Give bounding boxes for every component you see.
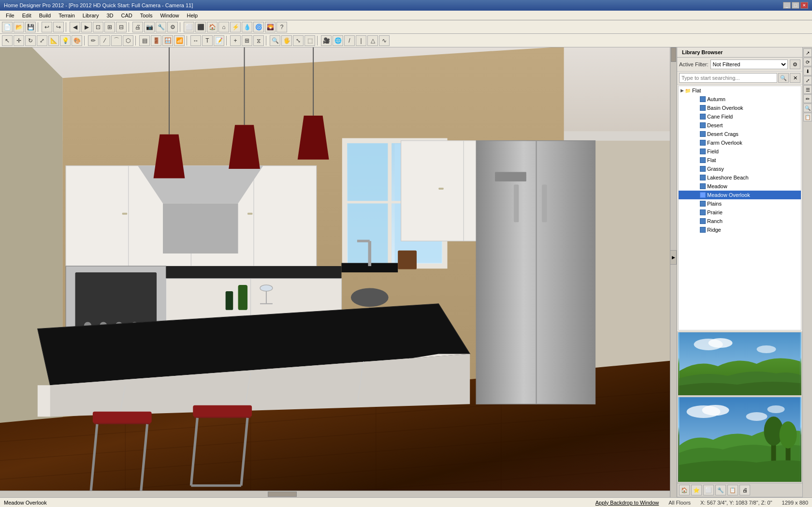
- grid-tool[interactable]: ⊞: [242, 35, 252, 46]
- filter-dropdown[interactable]: Not Filtered Backdrops Plants Furniture: [710, 60, 788, 69]
- menu-tools[interactable]: Tools: [136, 12, 157, 19]
- tb8[interactable]: 🔧: [156, 22, 166, 32]
- menu-build[interactable]: Build: [35, 12, 55, 19]
- orbit-3d[interactable]: ∿: [379, 35, 390, 46]
- fwd-button[interactable]: ▶: [81, 22, 92, 32]
- tree-item-prairie[interactable]: Prairie: [679, 208, 801, 217]
- menu-library[interactable]: Library: [79, 12, 103, 19]
- right-icon-8[interactable]: 📋: [803, 113, 812, 121]
- tree-item-meadow[interactable]: Meadow: [679, 182, 801, 191]
- lib-btn-1[interactable]: 🏠: [679, 485, 690, 495]
- menu-3d[interactable]: 3D: [102, 12, 117, 19]
- tree-item-grassy[interactable]: Grassy: [679, 164, 801, 173]
- lib-btn-4[interactable]: 🔧: [715, 485, 726, 495]
- tb3[interactable]: ⊡: [93, 22, 103, 32]
- elec-button[interactable]: ⚡: [230, 22, 241, 32]
- section-tool[interactable]: |: [356, 35, 366, 46]
- tree-list[interactable]: ▶ 📁 Flat Autumn Basin Overlook Cane Fiel…: [678, 86, 801, 330]
- slice-tool[interactable]: /: [344, 35, 355, 46]
- lib-btn-6[interactable]: 🖨: [740, 485, 750, 495]
- zoom-in[interactable]: 🔍: [270, 35, 280, 46]
- right-icon-7[interactable]: 🔍: [803, 104, 812, 112]
- maximize-button[interactable]: □: [792, 2, 799, 9]
- right-icon-6[interactable]: ✏: [803, 94, 812, 103]
- arc-tool[interactable]: ⌒: [111, 35, 122, 46]
- stair-tool[interactable]: 📶: [174, 35, 185, 46]
- preview-image-2[interactable]: [678, 397, 801, 482]
- terrain-tb[interactable]: 🌄: [265, 22, 276, 32]
- menu-edit[interactable]: Edit: [18, 12, 35, 19]
- preview-image-1[interactable]: [678, 332, 801, 395]
- right-icon-4[interactable]: ⤢: [803, 76, 812, 85]
- filter-settings-button[interactable]: ⚙: [790, 60, 800, 69]
- viewport[interactable]: ▶: [0, 47, 677, 497]
- search-close-button[interactable]: ✕: [790, 73, 800, 83]
- menu-file[interactable]: File: [2, 12, 18, 19]
- print-button[interactable]: 🖨: [132, 22, 143, 32]
- wall-tool[interactable]: ▤: [139, 35, 150, 46]
- line-tool[interactable]: ⁄: [100, 35, 110, 46]
- view3d-button[interactable]: ⬛: [195, 22, 206, 32]
- camera-orbit[interactable]: 🌐: [333, 35, 343, 46]
- tree-item-farm-overlook[interactable]: Farm Overlook: [679, 138, 801, 147]
- lib-btn-3[interactable]: ⬜: [703, 485, 714, 495]
- panel-collapse-button[interactable]: ▶: [670, 250, 677, 265]
- camera-button[interactable]: 📷: [144, 22, 155, 32]
- search-button[interactable]: 🔍: [778, 73, 789, 83]
- view2d-button[interactable]: ⬜: [184, 22, 194, 32]
- tree-item-desert-crags[interactable]: Desert Crags: [679, 130, 801, 138]
- viewport-scrollbar-thumb[interactable]: [671, 47, 676, 62]
- lib-btn-2[interactable]: ⭐: [691, 485, 702, 495]
- note-tool[interactable]: 📝: [214, 35, 224, 46]
- tree-item-field[interactable]: Field: [679, 147, 801, 156]
- tb5[interactable]: ⊟: [116, 22, 127, 32]
- door-tool[interactable]: 🚪: [151, 35, 161, 46]
- tree-item-ranch[interactable]: Ranch: [679, 217, 801, 225]
- light-tool[interactable]: 💡: [60, 35, 71, 46]
- viewport-scrollbar[interactable]: [670, 47, 677, 497]
- poly-tool[interactable]: ⬡: [123, 35, 133, 46]
- viewport-hscrollbar-thumb[interactable]: [268, 492, 297, 497]
- lib-btn-5[interactable]: 📋: [727, 485, 738, 495]
- close-button[interactable]: ✕: [800, 2, 808, 9]
- tree-item-flat-parent[interactable]: ▶ 📁 Flat: [679, 86, 801, 95]
- tb10[interactable]: ?: [276, 22, 287, 32]
- scale-tool[interactable]: ⤢: [37, 35, 47, 46]
- new-button[interactable]: 📄: [2, 22, 13, 32]
- snap-tool[interactable]: +: [230, 35, 241, 46]
- draw-tool[interactable]: ✏: [88, 35, 99, 46]
- menu-cad[interactable]: CAD: [117, 12, 136, 19]
- tree-item-ridge[interactable]: Ridge: [679, 225, 801, 234]
- right-icon-3[interactable]: ⬇: [803, 67, 812, 75]
- menu-terrain[interactable]: Terrain: [55, 12, 79, 19]
- dim-tool[interactable]: ↔: [190, 35, 201, 46]
- tree-item-cane-field[interactable]: Cane Field: [679, 112, 801, 121]
- save-button[interactable]: 💾: [25, 22, 36, 32]
- library-tab[interactable]: Library Browser: [677, 47, 802, 58]
- right-icon-5[interactable]: ☰: [803, 85, 812, 94]
- tree-item-desert[interactable]: Desert: [679, 121, 801, 130]
- roof-button[interactable]: ⌂: [218, 22, 229, 32]
- tree-item-plains[interactable]: Plains: [679, 199, 801, 208]
- tree-item-basin-overlook[interactable]: Basin Overlook: [679, 104, 801, 112]
- tb4[interactable]: ⊞: [104, 22, 115, 32]
- hvac-button[interactable]: 🌀: [253, 22, 264, 32]
- layer-tool[interactable]: ⧖: [253, 35, 264, 46]
- search-input[interactable]: [679, 73, 777, 83]
- pan-tool[interactable]: 🖐: [281, 35, 292, 46]
- elevation-tool[interactable]: △: [367, 35, 378, 46]
- tree-item-lakeshore-beach[interactable]: Lakeshore Beach: [679, 173, 801, 182]
- text-tool[interactable]: T: [202, 35, 213, 46]
- tree-item-flat[interactable]: Flat: [679, 156, 801, 164]
- viewport-hscrollbar[interactable]: [0, 491, 670, 497]
- undo-button[interactable]: ↩: [42, 22, 52, 32]
- right-icon-2[interactable]: ⟳: [803, 58, 812, 66]
- tree-item-autumn[interactable]: Autumn: [679, 95, 801, 104]
- plumb-button[interactable]: 💧: [242, 22, 252, 32]
- material-tool[interactable]: 🎨: [72, 35, 82, 46]
- rotate-tool[interactable]: ↻: [25, 35, 36, 46]
- zoom-window[interactable]: ⬚: [304, 35, 315, 46]
- floor-button[interactable]: 🏠: [207, 22, 218, 32]
- redo-button[interactable]: ↪: [53, 22, 64, 32]
- select-tool[interactable]: ↖: [2, 35, 13, 46]
